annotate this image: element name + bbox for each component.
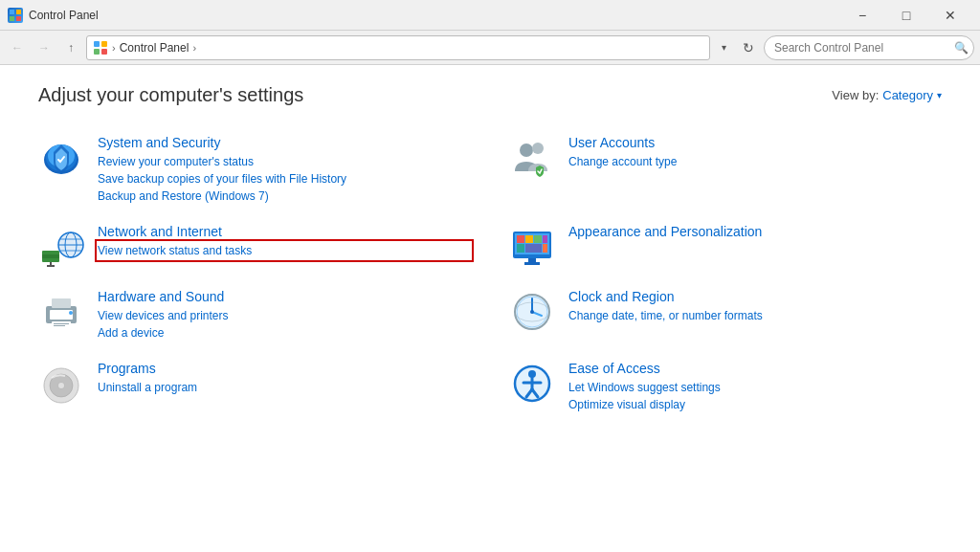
categories-grid: System and Security Review your computer…	[38, 125, 942, 423]
svg-rect-36	[52, 298, 71, 308]
window-controls: − □ ✕	[840, 0, 972, 31]
network-internet-link-1[interactable]: View network status and tasks	[98, 242, 471, 259]
search-input[interactable]	[764, 35, 974, 60]
system-security-title[interactable]: System and Security	[98, 135, 471, 150]
clock-region-title[interactable]: Clock and Region	[568, 289, 942, 304]
forward-button[interactable]: →	[33, 36, 56, 59]
appearance-text: Appearance and Personalization	[568, 224, 942, 242]
svg-rect-39	[54, 325, 65, 326]
network-internet-title[interactable]: Network and Internet	[98, 224, 471, 239]
category-clock-region: Clock and Region Change date, time, or n…	[509, 279, 942, 351]
main-content: Adjust your computer's settings View by:…	[0, 65, 980, 552]
view-by: View by: Category ▾	[832, 88, 942, 102]
page-title: Adjust your computer's settings	[38, 84, 303, 106]
svg-rect-30	[525, 244, 542, 253]
svg-rect-28	[543, 235, 547, 243]
system-security-link-1[interactable]: Review your computer's status	[98, 153, 471, 170]
network-internet-icon	[38, 224, 84, 270]
minimize-button[interactable]: −	[840, 0, 884, 31]
title-bar: Control Panel − □ ✕	[0, 0, 980, 31]
programs-link-1[interactable]: Uninstall a program	[98, 379, 471, 396]
clock-region-icon	[509, 289, 555, 335]
hardware-sound-icon	[38, 289, 84, 335]
network-internet-text: Network and Internet View network status…	[98, 224, 471, 259]
viewby-value[interactable]: Category	[882, 88, 933, 102]
path-control-panel[interactable]: Control Panel	[120, 41, 189, 55]
page-header: Adjust your computer's settings View by:…	[38, 84, 942, 106]
category-network-internet: Network and Internet View network status…	[38, 214, 471, 279]
svg-rect-25	[517, 235, 524, 243]
back-button[interactable]: ←	[6, 36, 29, 59]
svg-rect-35	[50, 310, 73, 320]
maximize-button[interactable]: □	[884, 0, 928, 31]
app-icon	[8, 8, 23, 23]
svg-rect-5	[101, 41, 107, 47]
ease-of-access-icon	[509, 361, 555, 407]
svg-point-11	[520, 144, 533, 157]
address-path: › Control Panel ›	[86, 35, 710, 60]
svg-point-53	[58, 383, 64, 388]
programs-text: Programs Uninstall a program	[98, 361, 471, 396]
clock-region-link-1[interactable]: Change date, time, or number formats	[568, 307, 942, 324]
category-system-security: System and Security Review your computer…	[38, 125, 471, 214]
svg-rect-32	[528, 258, 536, 262]
programs-title[interactable]: Programs	[98, 361, 471, 376]
svg-rect-0	[10, 10, 14, 14]
ease-of-access-link-2[interactable]: Optimize visual display	[568, 396, 942, 413]
address-bar: ← → ↑ › Control Panel › ▾ ↻ 🔍	[0, 31, 980, 65]
svg-point-40	[69, 311, 73, 315]
system-security-link-2[interactable]: Save backup copies of your files with Fi…	[98, 170, 471, 188]
category-hardware-sound: Hardware and Sound View devices and prin…	[38, 279, 471, 351]
address-dropdown-button[interactable]: ▾	[714, 36, 733, 59]
user-accounts-title[interactable]: User Accounts	[568, 135, 942, 150]
viewby-arrow-icon[interactable]: ▾	[937, 90, 942, 100]
user-accounts-link-1[interactable]: Change account type	[568, 153, 942, 170]
programs-icon	[38, 361, 84, 407]
hardware-sound-text: Hardware and Sound View devices and prin…	[98, 289, 471, 342]
user-accounts-text: User Accounts Change account type	[568, 135, 942, 170]
appearance-title[interactable]: Appearance and Personalization	[568, 224, 942, 239]
hardware-sound-link-1[interactable]: View devices and printers	[98, 307, 471, 324]
category-user-accounts: User Accounts Change account type	[509, 125, 942, 214]
svg-rect-6	[94, 49, 100, 55]
svg-rect-3	[16, 16, 21, 21]
system-security-icon	[38, 135, 84, 181]
svg-point-12	[532, 143, 544, 154]
user-accounts-icon	[509, 135, 555, 181]
svg-rect-31	[543, 244, 547, 253]
svg-rect-26	[525, 235, 533, 243]
svg-rect-2	[10, 16, 14, 21]
svg-rect-33	[524, 262, 540, 265]
svg-rect-1	[16, 10, 21, 14]
close-button[interactable]: ✕	[928, 0, 972, 31]
system-security-link-3[interactable]: Backup and Restore (Windows 7)	[98, 188, 471, 205]
category-ease-of-access: Ease of Access Let Windows suggest setti…	[509, 351, 942, 423]
search-icon[interactable]: 🔍	[951, 38, 970, 57]
system-security-text: System and Security Review your computer…	[98, 135, 471, 205]
svg-rect-38	[54, 323, 69, 324]
viewby-label: View by:	[832, 88, 879, 102]
ease-of-access-link-1[interactable]: Let Windows suggest settings	[568, 379, 942, 396]
clock-region-text: Clock and Region Change date, time, or n…	[568, 289, 942, 324]
category-appearance: Appearance and Personalization	[509, 214, 942, 279]
path-sep2: ›	[192, 42, 196, 54]
refresh-button[interactable]: ↻	[737, 36, 760, 59]
svg-point-46	[530, 310, 534, 314]
path-cp-icon	[93, 40, 108, 55]
svg-rect-7	[101, 49, 107, 55]
svg-rect-4	[94, 41, 100, 47]
up-button[interactable]: ↑	[59, 36, 82, 59]
path-sep1: ›	[112, 42, 116, 54]
window-title: Control Panel	[29, 9, 840, 22]
category-programs: Programs Uninstall a program	[38, 351, 471, 423]
hardware-sound-title[interactable]: Hardware and Sound	[98, 289, 471, 304]
ease-of-access-title[interactable]: Ease of Access	[568, 361, 942, 376]
hardware-sound-link-2[interactable]: Add a device	[98, 324, 471, 342]
appearance-icon	[509, 224, 555, 270]
ease-of-access-text: Ease of Access Let Windows suggest setti…	[568, 361, 942, 413]
svg-rect-14	[42, 254, 59, 258]
svg-rect-29	[517, 244, 524, 253]
svg-rect-27	[534, 235, 542, 243]
search-wrapper: 🔍	[764, 35, 974, 60]
